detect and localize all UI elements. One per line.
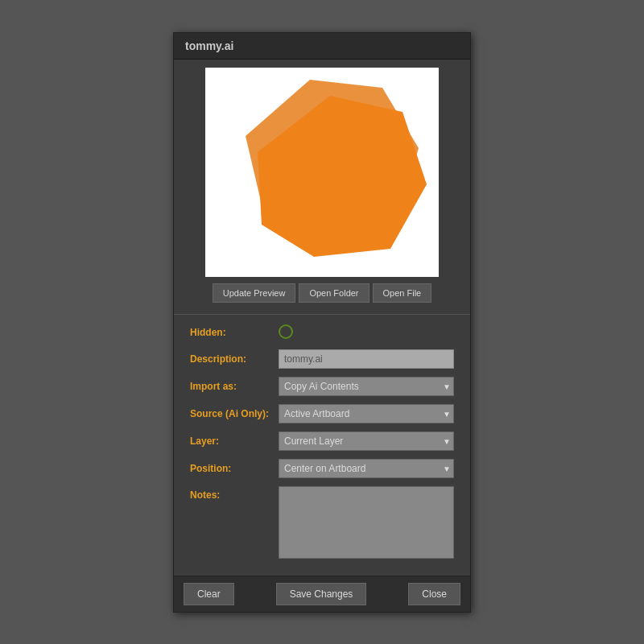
form-area: Hidden: Description: Import as: Copy Ai … (174, 321, 470, 576)
layer-row: Layer: Current Layer New Layer Top Layer… (190, 431, 454, 451)
layer-select[interactable]: Current Layer New Layer Top Layer (279, 431, 454, 451)
save-changes-button[interactable]: Save Changes (276, 583, 367, 605)
main-panel: tommy.ai Update Preview Open Folder Open… (173, 32, 471, 613)
open-file-button[interactable]: Open File (373, 283, 432, 303)
source-row: Source (Ai Only): Active Artboard All Ar… (190, 404, 454, 423)
position-label: Position: (190, 463, 279, 474)
source-label: Source (Ai Only): (190, 408, 279, 419)
notes-textarea[interactable] (279, 486, 454, 559)
hidden-control (279, 324, 454, 341)
import-select[interactable]: Copy Ai Contents Place Ai File Open Ai F… (279, 377, 454, 396)
layer-select-wrapper: Current Layer New Layer Top Layer ▼ (279, 431, 454, 451)
position-select[interactable]: Center on Artboard Top Left Top Right Bo… (279, 459, 454, 478)
position-select-wrapper: Center on Artboard Top Left Top Right Bo… (279, 459, 454, 478)
app-title: tommy.ai (185, 39, 233, 52)
import-row: Import as: Copy Ai Contents Place Ai Fil… (190, 377, 454, 396)
layer-label: Layer: (190, 436, 279, 447)
update-preview-button[interactable]: Update Preview (213, 283, 296, 303)
description-row: Description: (190, 349, 454, 369)
description-control (279, 349, 454, 369)
preview-canvas (205, 68, 439, 277)
hidden-label: Hidden: (190, 327, 279, 338)
source-select[interactable]: Active Artboard All Artboards Entire Doc… (279, 404, 454, 423)
close-button[interactable]: Close (408, 583, 460, 605)
notes-label: Notes: (190, 486, 279, 501)
position-row: Position: Center on Artboard Top Left To… (190, 459, 454, 478)
title-bar: tommy.ai (174, 33, 470, 60)
hidden-row: Hidden: (190, 324, 454, 341)
open-folder-button[interactable]: Open Folder (299, 283, 369, 303)
notes-control (279, 486, 454, 561)
hex-artwork (205, 68, 439, 277)
preview-area: Update Preview Open Folder Open File (174, 60, 470, 308)
source-select-wrapper: Active Artboard All Artboards Entire Doc… (279, 404, 454, 423)
footer: Clear Save Changes Close (174, 576, 470, 612)
import-select-wrapper: Copy Ai Contents Place Ai File Open Ai F… (279, 377, 454, 396)
import-label: Import as: (190, 381, 279, 392)
hidden-toggle[interactable] (279, 324, 293, 339)
clear-button[interactable]: Clear (184, 583, 234, 605)
description-input[interactable] (279, 349, 454, 369)
notes-row: Notes: (190, 486, 454, 561)
preview-buttons-row: Update Preview Open Folder Open File (213, 283, 432, 303)
description-label: Description: (190, 353, 279, 365)
divider-1 (174, 314, 470, 315)
